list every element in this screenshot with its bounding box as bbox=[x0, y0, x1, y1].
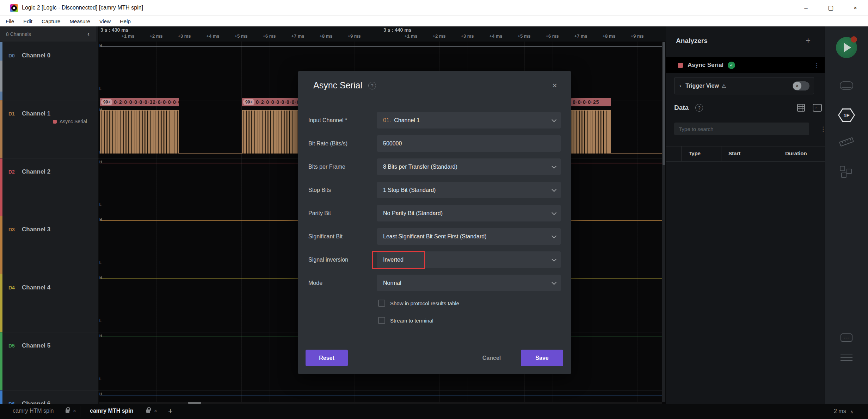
channel-color-strip[interactable] bbox=[0, 274, 2, 332]
menu-capture[interactable]: Capture bbox=[42, 18, 60, 24]
channel-row-4[interactable]: D4 Channel 4 bbox=[0, 274, 99, 332]
bits-per-frame-select[interactable]: 8 Bits per Transfer (Standard) bbox=[377, 158, 561, 175]
save-button[interactable]: Save bbox=[521, 350, 563, 366]
analyzer-row-async-serial[interactable]: Async Serial ✓ ⋮ bbox=[666, 57, 825, 73]
analyzer-menu-icon[interactable]: ⋮ bbox=[814, 62, 820, 69]
channel-row-1[interactable]: D1 Channel 1 Async Serial bbox=[0, 100, 99, 158]
annotation-values: 0·2·0·0·0·0·0·0·0 bbox=[256, 99, 300, 105]
data-help-icon[interactable]: ? bbox=[695, 104, 703, 112]
show-in-protocol-results-checkbox[interactable] bbox=[378, 300, 385, 307]
timescale-label[interactable]: 2 ms bbox=[834, 408, 846, 414]
trigger-view-toggle[interactable]: × bbox=[793, 81, 809, 90]
data-search-input[interactable]: Type to search bbox=[674, 123, 809, 135]
menu-measure[interactable]: Measure bbox=[69, 18, 90, 24]
new-tab-button[interactable]: + bbox=[168, 407, 173, 416]
mode-select[interactable]: Normal bbox=[377, 275, 561, 291]
chevron-down-icon bbox=[552, 210, 556, 215]
timeline-major-label: 3 s : 430 ms bbox=[100, 27, 128, 33]
channel-row-3[interactable]: D3 Channel 3 bbox=[0, 216, 99, 274]
vertical-scrollbar-thumb[interactable] bbox=[663, 42, 665, 165]
feedback-chat-icon[interactable]: ··· bbox=[841, 333, 852, 342]
tab-close-icon[interactable]: × bbox=[73, 408, 76, 414]
timeline-group-440ms: 3 s : 440 ms +1 ms +2 ms +3 ms +4 ms +5 … bbox=[383, 26, 666, 42]
timeline-tick-label: +2 ms bbox=[427, 33, 451, 39]
checkbox-label[interactable]: Show in protocol results table bbox=[390, 300, 459, 306]
measure-ruler-icon[interactable] bbox=[839, 137, 854, 147]
trigger-view-row[interactable]: › Trigger View ⚠ × bbox=[674, 77, 814, 94]
chevron-right-icon[interactable]: › bbox=[679, 83, 681, 89]
channel-color-strip[interactable] bbox=[0, 332, 2, 390]
timeline-group-430ms: 3 s : 430 ms +1 ms +2 ms +3 ms +4 ms +5 … bbox=[100, 26, 385, 42]
reset-button[interactable]: Reset bbox=[306, 350, 348, 366]
row-separator bbox=[99, 390, 662, 390]
field-value: No Parity Bit (Standard) bbox=[383, 210, 443, 217]
channel-analyzer-label[interactable]: Async Serial bbox=[60, 119, 87, 124]
caret-up-icon[interactable]: ∧ bbox=[850, 409, 854, 414]
terminal-view-icon[interactable]: ›_ bbox=[813, 104, 822, 112]
channel-row-0[interactable]: D0 Channel 0 bbox=[0, 42, 99, 100]
chevron-down-icon bbox=[552, 187, 556, 192]
minimize-button[interactable]: – bbox=[795, 0, 817, 16]
extensions-icon[interactable] bbox=[840, 166, 853, 178]
channel-color-strip[interactable] bbox=[0, 158, 2, 216]
timeline-tick-label: +5 ms bbox=[512, 33, 536, 39]
table-column-divider bbox=[681, 146, 682, 162]
stop-bits-select[interactable]: 1 Stop Bit (Standard) bbox=[377, 182, 561, 198]
column-header-duration[interactable]: Duration bbox=[785, 150, 807, 156]
tab-close-icon[interactable]: × bbox=[154, 408, 157, 414]
stream-to-terminal-checkbox[interactable] bbox=[378, 317, 385, 324]
channels-scrollbar-thumb[interactable] bbox=[0, 61, 2, 92]
chevron-down-icon bbox=[552, 256, 556, 261]
close-button[interactable]: × bbox=[845, 0, 866, 16]
chevron-down-icon bbox=[552, 280, 556, 284]
main-menu-icon[interactable] bbox=[841, 355, 852, 361]
significant-bit-select[interactable]: Least Significant Bit Sent First (Standa… bbox=[377, 228, 561, 245]
timeline-tick-label: +1 ms bbox=[116, 33, 140, 39]
parity-bit-select[interactable]: No Parity Bit (Standard) bbox=[377, 205, 561, 221]
timeline-tick-label: +6 ms bbox=[540, 33, 565, 39]
timeline-tick-label: +6 ms bbox=[257, 33, 282, 39]
channel-row-5[interactable]: D5 Channel 5 bbox=[0, 332, 99, 390]
table-view-icon[interactable] bbox=[797, 104, 805, 112]
collapse-panel-icon[interactable]: ‹ bbox=[87, 30, 90, 38]
menu-view[interactable]: View bbox=[99, 18, 111, 24]
serial-annotation-bar[interactable]: 99+ 0·2·0·0·0·0·0·32·6·0·0·0·0 bbox=[100, 98, 179, 106]
dialog-footer-divider bbox=[298, 347, 571, 347]
channel-color-strip[interactable] bbox=[0, 390, 2, 404]
high-marker: H bbox=[99, 334, 102, 338]
search-placeholder: Type to search bbox=[679, 126, 713, 132]
dialog-close-icon[interactable]: × bbox=[552, 81, 557, 90]
device-settings-icon[interactable] bbox=[840, 81, 853, 90]
timeline-tick-label: +9 ms bbox=[625, 33, 650, 39]
hex-display-mode-icon[interactable]: 1F bbox=[838, 108, 855, 122]
field-label-signal-inversion: Signal inversion bbox=[308, 257, 375, 263]
channel6-signal-trace bbox=[100, 395, 662, 395]
channel-color-strip[interactable] bbox=[0, 100, 2, 158]
cancel-button[interactable]: Cancel bbox=[474, 350, 509, 366]
titlebar: Logic 2 [Logic - Disconnected] [camry MT… bbox=[0, 0, 868, 16]
column-header-type[interactable]: Type bbox=[689, 150, 701, 156]
lock-icon bbox=[66, 409, 69, 413]
menu-help[interactable]: Help bbox=[120, 18, 131, 24]
menu-file[interactable]: File bbox=[6, 18, 14, 24]
dialog-help-icon[interactable]: ? bbox=[368, 82, 376, 89]
add-analyzer-button[interactable]: + bbox=[806, 36, 811, 45]
channel-row-2[interactable]: D2 Channel 2 bbox=[0, 158, 99, 216]
field-value: Normal bbox=[383, 280, 401, 286]
bit-rate-input[interactable]: 500000 bbox=[377, 135, 561, 152]
menu-edit[interactable]: Edit bbox=[23, 18, 32, 24]
serial-annotation-bar[interactable]: 0·0·0·0·25 bbox=[571, 98, 611, 106]
column-header-start[interactable]: Start bbox=[728, 150, 740, 156]
channel-id: D1 bbox=[8, 111, 15, 117]
checkbox-label[interactable]: Stream to terminal bbox=[390, 318, 433, 324]
input-channel-select[interactable]: 01. Channel 1 bbox=[377, 112, 561, 129]
table-column-divider bbox=[824, 146, 824, 162]
play-icon bbox=[844, 43, 851, 52]
timeline-ruler[interactable]: 3 s : 430 ms +1 ms +2 ms +3 ms +4 ms +5 … bbox=[99, 26, 666, 42]
maximize-button[interactable]: ▢ bbox=[820, 0, 841, 16]
channel-color-strip[interactable] bbox=[0, 216, 2, 274]
channel-id: D4 bbox=[8, 285, 15, 290]
tab-camry-htm-spin[interactable]: camry HTM spin bbox=[13, 408, 54, 414]
channel-row-6[interactable]: D6 Channel 6 bbox=[0, 390, 99, 404]
tab-camry-mth-spin[interactable]: camry MTH spin bbox=[90, 408, 134, 414]
